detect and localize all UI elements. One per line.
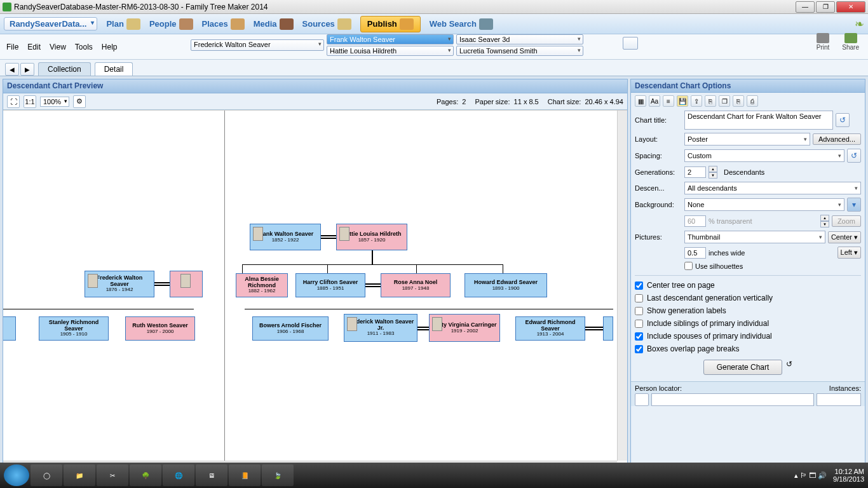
zoom-select[interactable]: 100% xyxy=(40,97,69,107)
person-box[interactable]: Harry Clifton Seaver1885 - 1951 xyxy=(295,273,365,297)
database-dropdown[interactable]: RandySeaverData... xyxy=(4,17,97,30)
menu-tools[interactable]: Tools xyxy=(75,43,93,51)
pedigree-gfather[interactable]: Isaac Seaver 3d xyxy=(456,34,583,44)
bg-picker[interactable]: ▾ xyxy=(847,198,861,212)
layout-select[interactable]: Poster xyxy=(684,133,810,146)
taskbar-ftm[interactable]: 🍃 xyxy=(262,464,294,486)
taskbar-app-4[interactable]: 🖥 xyxy=(196,464,227,486)
descendants-select[interactable]: All descendants xyxy=(684,182,861,194)
person-box[interactable]: Alma Bessie Richmond1882 - 1962 xyxy=(236,273,288,297)
font-tool-icon[interactable]: Aa xyxy=(649,95,660,107)
maximize-button[interactable]: ❐ xyxy=(816,1,835,13)
undo-generate[interactable]: ↺ xyxy=(786,360,792,375)
center-tree-check[interactable]: Center tree on page xyxy=(635,281,861,290)
person-box[interactable] xyxy=(3,316,16,341)
align-tool-icon[interactable]: ≡ xyxy=(663,95,674,107)
misc-tool-3[interactable]: ⎘ xyxy=(733,95,744,107)
box-tool-icon[interactable]: ▦ xyxy=(635,95,646,107)
pedigree-person-1[interactable]: Frederick Walton Seaver xyxy=(191,39,324,51)
generations-input[interactable] xyxy=(684,166,706,178)
tray-date[interactable]: 9/18/2013 xyxy=(833,475,864,483)
person-box[interactable]: Howard Edward Seaver1893 - 1900 xyxy=(465,273,547,297)
nav-fwd[interactable]: ▶ xyxy=(20,63,34,76)
taskbar-app-1[interactable]: ✂ xyxy=(97,464,128,486)
tab-people[interactable]: People xyxy=(149,18,193,30)
export-tool-icon[interactable]: ⇪ xyxy=(691,95,702,107)
tab-places[interactable]: Places xyxy=(202,18,245,30)
pedigree-gmother[interactable]: Lucretia Townsend Smith xyxy=(456,46,583,56)
locator-select[interactable] xyxy=(651,393,814,406)
portrait-icon xyxy=(432,317,442,331)
tray-icons[interactable]: ▴ 🏳 🗔 🔊 xyxy=(794,471,827,480)
index-button[interactable] xyxy=(623,37,638,50)
boxes-overlap-check[interactable]: Boxes overlap page breaks xyxy=(635,344,861,353)
misc-tool-2[interactable]: ❐ xyxy=(719,95,730,107)
background-select[interactable]: None xyxy=(684,198,844,211)
undo-spacing[interactable]: ↺ xyxy=(847,149,861,163)
undo-charttitle[interactable]: ↺ xyxy=(836,113,850,127)
person-box[interactable]: Frederick Walton Seaver1876 - 1942 xyxy=(85,271,154,297)
start-button[interactable] xyxy=(4,464,29,486)
tab-sources[interactable]: Sources xyxy=(302,18,351,30)
menu-edit[interactable]: Edit xyxy=(27,43,41,51)
menu-help[interactable]: Help xyxy=(102,43,118,51)
pedigree-mother[interactable]: Hattie Louisa Hildreth xyxy=(327,46,454,56)
taskbar-app-2[interactable]: 🌳 xyxy=(130,464,161,486)
include-siblings-check[interactable]: Include siblings of primary individual xyxy=(635,319,861,328)
include-spouses-check[interactable]: Include spouses of primary individual xyxy=(635,332,861,341)
taskbar-app-3[interactable]: 🌐 xyxy=(163,464,194,486)
minimize-button[interactable]: — xyxy=(796,1,815,13)
person-box[interactable]: Bowers Arnold Fischer1906 - 1968 xyxy=(252,316,329,341)
person-box[interactable] xyxy=(170,271,203,297)
actual-size-button[interactable]: 1:1 xyxy=(24,95,36,108)
tab-publish[interactable]: Publish xyxy=(360,16,421,32)
charttitle-input[interactable]: Descendant Chart for Frank Walton Seaver xyxy=(684,111,833,130)
taskbar-chrome[interactable]: ◯ xyxy=(31,464,62,486)
misc-tool-4[interactable]: ⎙ xyxy=(747,95,758,107)
print-button[interactable]: Print xyxy=(817,33,830,51)
tab-collection[interactable]: Collection xyxy=(38,62,91,76)
show-gen-labels-check[interactable]: Show generation labels xyxy=(635,306,861,315)
close-button[interactable]: ✕ xyxy=(836,1,865,13)
advanced-button[interactable]: Advanced... xyxy=(813,133,861,145)
spacing-select[interactable]: Custom xyxy=(684,149,844,162)
settings-button[interactable]: ⚙ xyxy=(73,95,86,108)
tab-plan[interactable]: Plan xyxy=(106,18,140,30)
window-title: RandySeaverDatabase-Master-RM6-2013-08-3… xyxy=(14,3,268,11)
tray-time[interactable]: 10:12 AM xyxy=(833,468,864,475)
instances-select[interactable] xyxy=(817,393,861,406)
fit-page-button[interactable]: ⛶ xyxy=(7,95,20,108)
person-box[interactable]: Rose Anna Noel1897 - 1948 xyxy=(381,273,451,297)
person-box[interactable] xyxy=(603,316,613,341)
person-box[interactable]: Stanley Richmond Seaver1905 - 1910 xyxy=(39,316,109,341)
generations-spinner[interactable]: ▲▼ xyxy=(709,166,717,179)
taskbar-app-5[interactable]: 📙 xyxy=(229,464,261,486)
picwidth-input[interactable] xyxy=(684,247,706,259)
person-box[interactable]: Edward Richmond Seaver1913 - 2004 xyxy=(515,316,585,341)
menu-view[interactable]: View xyxy=(50,43,66,51)
nav-back[interactable]: ◀ xyxy=(5,63,19,76)
person-box[interactable]: Ruth Weston Seaver1907 - 2000 xyxy=(125,316,195,341)
share-button[interactable]: Share xyxy=(842,33,859,51)
center-button[interactable]: Center ▾ xyxy=(828,231,861,243)
vertical-scrollbar[interactable] xyxy=(617,111,627,461)
person-box[interactable]: Hattie Louisa Hildreth1857 - 1920 xyxy=(336,224,407,250)
tab-media[interactable]: Media xyxy=(254,18,294,30)
menu-file[interactable]: File xyxy=(6,43,18,51)
pedigree-father[interactable]: Frank Walton Seaver xyxy=(327,34,454,44)
last-gen-vertical-check[interactable]: Last descendant generation vertically xyxy=(635,294,861,302)
person-box[interactable]: Frederick Walton Seaver Jr.1911 - 1983 xyxy=(344,314,417,342)
locator-button[interactable] xyxy=(635,393,649,406)
taskbar-explorer[interactable]: 📁 xyxy=(64,464,95,486)
left-button[interactable]: Left ▾ xyxy=(837,247,861,259)
generate-chart-button[interactable]: Generate Chart xyxy=(703,360,783,375)
silhouettes-check[interactable]: Use silhouettes xyxy=(684,262,743,270)
chart-canvas[interactable]: Frank Walton Seaver1852 - 1922 Hattie Lo… xyxy=(3,110,627,471)
misc-tool-1[interactable]: ⎘ xyxy=(705,95,716,107)
save-tool-icon[interactable]: 💾 xyxy=(677,95,688,107)
tab-websearch[interactable]: Web Search xyxy=(430,18,493,30)
person-box[interactable]: Frank Walton Seaver1852 - 1922 xyxy=(250,224,321,250)
person-box[interactable]: Betty Virginia Carringer1919 - 2002 xyxy=(429,314,500,342)
tab-detail[interactable]: Detail xyxy=(95,62,133,76)
pictures-select[interactable]: Thumbnail xyxy=(684,231,825,243)
